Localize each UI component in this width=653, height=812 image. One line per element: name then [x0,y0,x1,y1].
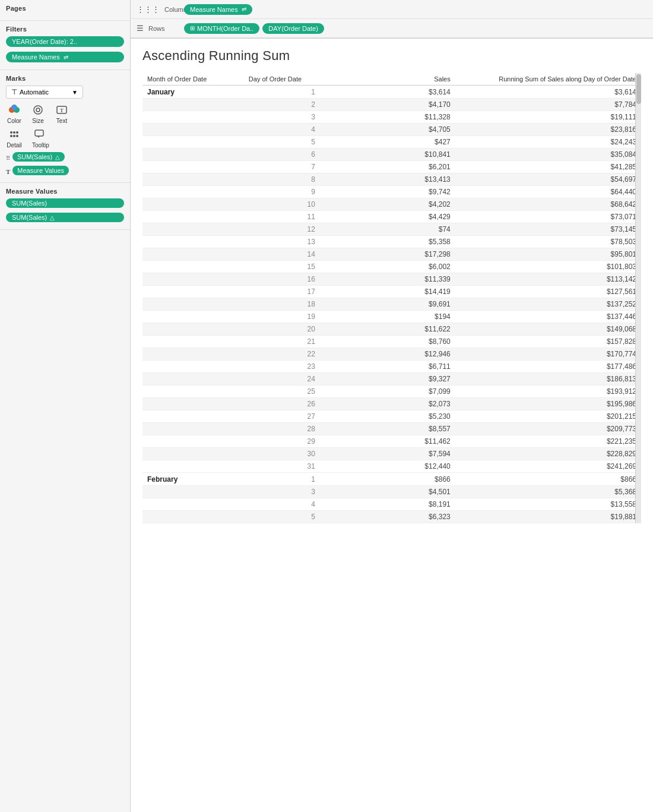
month-cell [142,423,244,435]
columns-pills: Measure Names ⇌ [184,4,252,15]
month-cell [142,361,244,373]
day-cell: 7 [244,161,320,173]
table-row: 2$4,170$7,784 [142,99,641,111]
marks-measure-values-pill[interactable]: Measure Values [12,166,69,175]
marks-sum-sales-pill[interactable]: SUM(Sales) △ [12,152,65,162]
day-cell: 29 [244,435,320,448]
running-cell: $78,503 [455,236,641,248]
day-cell: 4 [244,498,320,511]
sales-cell: $4,170 [320,99,455,111]
month-cell [142,186,244,198]
marks-section: Marks ⊤ Automatic ▼ Color [0,70,130,183]
mv-sum-sales-delta-pill[interactable]: SUM(Sales) △ [6,213,124,222]
month-cell [142,410,244,423]
marks-detail-btn[interactable]: Detail [6,128,23,149]
month-cell [142,161,244,173]
sales-cell: $12,440 [320,460,455,473]
sales-cell: $9,327 [320,373,455,386]
sales-cell: $8,191 [320,498,455,511]
sales-cell: $3,614 [320,86,455,99]
month-cell [142,498,244,511]
header-running: Running Sum of Sales along Day of Order … [455,73,641,86]
svg-point-4 [36,108,40,112]
running-cell: $73,145 [455,223,641,236]
day-cell: 24 [244,373,320,386]
running-cell: $101,803 [455,261,641,273]
month-cell [142,286,244,298]
month-cell [142,373,244,386]
sales-cell: $7,594 [320,448,455,460]
month-cell [142,149,244,161]
sales-cell: $4,705 [320,124,455,136]
running-cell: $170,774 [455,348,641,361]
sales-cell: $2,073 [320,398,455,410]
running-cell: $54,697 [455,173,641,186]
table-row: 4$8,191$13,558 [142,498,641,511]
month-cell [142,348,244,361]
day-cell: 2 [244,99,320,111]
pages-section: Pages [0,0,130,21]
table-row: 28$8,557$209,773 [142,423,641,435]
day-cell: 13 [244,236,320,248]
running-cell: $157,828 [455,336,641,348]
marks-pill-measure-values: T Measure Values [6,166,124,178]
scrollbar-thumb[interactable] [636,74,641,104]
table-row: 12$74$73,145 [142,223,641,236]
month-cell [142,298,244,311]
day-cell: 1 [244,473,320,486]
svg-point-2 [11,105,17,110]
columns-measure-names-pill[interactable]: Measure Names ⇌ [184,4,252,15]
marks-pill-sum-sales: ⠿ SUM(Sales) △ [6,152,124,164]
sales-cell: $9,742 [320,186,455,198]
running-cell: $41,285 [455,161,641,173]
day-cell: 15 [244,261,320,273]
day-cell: 26 [244,398,320,410]
rows-icon: ☰ [137,24,144,33]
mv-sum-sales-pill[interactable]: SUM(Sales) [6,198,124,208]
filter-measure-names-pill[interactable]: Measure Names ⇌ [6,52,124,62]
rows-label: ☰ Rows [137,24,184,33]
running-cell: $3,614 [455,86,641,99]
day-cell: 3 [244,486,320,498]
table-row: 10$4,202$68,642 [142,198,641,211]
text-icon: T [53,103,70,116]
view-area: Ascending Running Sum Month of Order Dat… [131,39,653,812]
sales-cell: $6,201 [320,161,455,173]
table-row: 5$427$24,243 [142,136,641,149]
rows-day-pill[interactable]: DAY(Order Date) [262,23,324,34]
sales-cell: $4,501 [320,486,455,498]
table-row: 3$4,501$5,368 [142,486,641,498]
running-cell: $19,111 [455,111,641,124]
day-cell: 30 [244,448,320,460]
rows-month-pill[interactable]: ⊞ MONTH(Order Da.. [184,23,259,34]
marks-text-btn[interactable]: T Text [53,103,70,124]
month-cell [142,261,244,273]
marks-size-btn[interactable]: Size [30,103,46,124]
day-cell: 4 [244,124,320,136]
running-cell: $95,801 [455,248,641,261]
running-cell: $177,486 [455,361,641,373]
svg-point-12 [16,135,18,137]
filter-year-pill[interactable]: YEAR(Order Date): 2.. [6,36,124,47]
marks-color-btn[interactable]: Color [6,103,23,124]
sales-cell: $6,323 [320,511,455,523]
month-cell [142,386,244,398]
sales-cell: $12,946 [320,348,455,361]
columns-shelf: ⋮⋮⋮ Columns Measure Names ⇌ [131,0,653,19]
running-cell: $24,243 [455,136,641,149]
marks-type-icon: ⊤ [11,88,17,96]
running-cell: $241,269 [455,460,641,473]
header-month: Month of Order Date [142,73,244,86]
day-cell: 31 [244,460,320,473]
svg-text:T: T [60,108,64,113]
marks-tooltip-btn[interactable]: Tooltip [32,128,49,149]
marks-type-dropdown[interactable]: ⊤ Automatic ▼ [6,86,83,99]
day-cell: 19 [244,311,320,323]
scrollbar-track[interactable] [635,73,641,523]
table-row: 15$6,002$101,803 [142,261,641,273]
running-cell: $866 [455,473,641,486]
month-cell [142,435,244,448]
running-cell: $73,071 [455,211,641,223]
sales-cell: $4,202 [320,198,455,211]
day-cell: 18 [244,298,320,311]
